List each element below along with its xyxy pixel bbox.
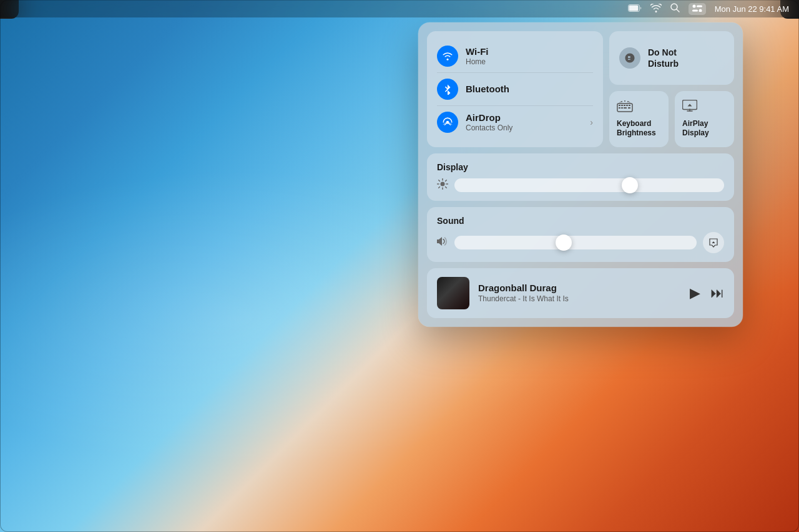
menubar-right: Mon Jun 22 9:41 AM — [628, 3, 789, 15]
dnd-name: Do Not Disturb — [648, 47, 679, 69]
brightness-icon — [437, 178, 448, 192]
svg-point-19 — [624, 100, 625, 102]
play-button[interactable]: ▶ — [690, 285, 700, 301]
svg-rect-10 — [621, 105, 623, 106]
wifi-name: Wi-Fi — [466, 46, 593, 57]
do-not-disturb-toggle[interactable]: Do Not Disturb — [609, 31, 734, 85]
keyboard-brightness-toggle[interactable]: Keyboard Brightness — [609, 91, 669, 147]
now-playing-info: Dragonball Durag Thundercat - It Is What… — [478, 282, 681, 304]
airplay-display-toggle[interactable]: AirPlay Display — [675, 91, 734, 147]
small-toggles-row: Keyboard Brightness — [609, 91, 734, 147]
svg-rect-16 — [624, 107, 627, 109]
wifi-subtitle: Home — [466, 57, 593, 66]
display-title: Display — [437, 162, 724, 172]
airdrop-chevron-icon: › — [590, 117, 593, 127]
svg-rect-4 — [697, 5, 702, 7]
svg-rect-5 — [692, 9, 698, 11]
svg-point-22 — [441, 182, 445, 186]
wifi-toggle[interactable]: Wi-Fi Home — [437, 40, 593, 73]
control-center-button[interactable] — [689, 3, 706, 15]
dnd-icon-circle — [619, 47, 640, 69]
menubar-datetime: Mon Jun 22 9:41 AM — [715, 4, 789, 14]
sound-slider-row — [437, 232, 724, 253]
now-playing-artist: Thundercat - It Is What It Is — [478, 294, 681, 304]
album-art-image — [437, 277, 469, 309]
wifi-icon[interactable] — [650, 4, 662, 14]
svg-rect-17 — [628, 107, 630, 109]
svg-point-6 — [699, 9, 702, 12]
top-row: Wi-Fi Home Bluetooth — [427, 31, 734, 147]
album-art — [437, 277, 469, 309]
quick-toggles: Do Not Disturb — [609, 31, 734, 147]
svg-rect-1 — [629, 5, 638, 11]
airdrop-toggle[interactable]: AirDrop Contacts Only › — [437, 106, 593, 138]
brightness-slider[interactable] — [454, 178, 724, 192]
svg-point-20 — [627, 101, 629, 102]
svg-line-29 — [446, 180, 447, 181]
airplay-display-name: AirPlay Display — [682, 119, 709, 138]
airdrop-name: AirDrop — [466, 112, 582, 123]
wifi-icon-circle — [437, 46, 458, 67]
sound-section: Sound — [427, 207, 734, 262]
volume-thumb[interactable] — [556, 235, 572, 251]
svg-rect-13 — [629, 105, 630, 106]
search-icon[interactable] — [670, 3, 680, 14]
airplay-sound-button[interactable] — [703, 232, 724, 253]
battery-icon[interactable] — [628, 4, 642, 14]
dnd-text: Do Not Disturb — [648, 47, 679, 69]
svg-line-28 — [446, 187, 447, 188]
display-section: Display — [427, 153, 734, 201]
wifi-text: Wi-Fi Home — [466, 46, 593, 66]
display-slider-row — [437, 178, 724, 192]
sound-title: Sound — [437, 216, 724, 226]
volume-slider[interactable] — [454, 236, 697, 249]
airdrop-subtitle: Contacts Only — [466, 123, 582, 132]
keyboard-brightness-icon — [617, 100, 633, 115]
bluetooth-text: Bluetooth — [466, 84, 593, 95]
svg-rect-12 — [626, 105, 628, 106]
airdrop-icon-circle — [437, 112, 458, 133]
control-center-panel: Wi-Fi Home Bluetooth — [418, 22, 743, 327]
svg-rect-9 — [619, 105, 620, 106]
svg-point-18 — [621, 101, 622, 102]
now-playing-controls: ▶ ⏭ — [690, 285, 724, 301]
now-playing-title: Dragonball Durag — [478, 282, 681, 294]
svg-line-30 — [439, 187, 440, 188]
airplay-display-icon — [682, 100, 697, 115]
svg-rect-14 — [619, 107, 620, 109]
svg-rect-11 — [624, 105, 625, 106]
svg-line-27 — [439, 180, 440, 181]
volume-icon — [437, 236, 448, 249]
bluetooth-icon-circle — [437, 79, 458, 100]
svg-point-3 — [692, 4, 695, 7]
bluetooth-toggle[interactable]: Bluetooth — [437, 73, 593, 106]
keyboard-brightness-name: Keyboard Brightness — [617, 119, 656, 138]
bluetooth-name: Bluetooth — [466, 84, 593, 95]
brightness-thumb[interactable] — [622, 177, 638, 193]
connectivity-card: Wi-Fi Home Bluetooth — [427, 31, 603, 147]
svg-rect-15 — [621, 107, 623, 109]
menubar: Mon Jun 22 9:41 AM — [0, 0, 799, 17]
airdrop-text: AirDrop Contacts Only — [466, 112, 582, 132]
skip-forward-button[interactable]: ⏭ — [710, 285, 724, 301]
now-playing-card: Dragonball Durag Thundercat - It Is What… — [427, 268, 734, 318]
